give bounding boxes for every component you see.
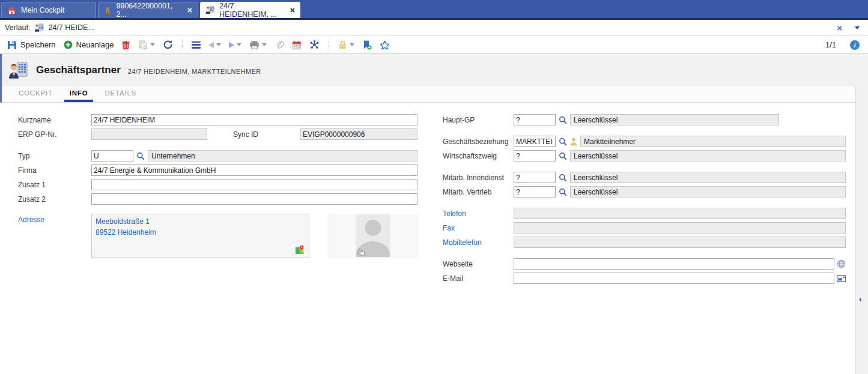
copy-button[interactable] [138, 40, 148, 50]
typ-text: Unternehmen [148, 150, 417, 161]
mitarb-vertrieb-text: Leerschlüssel [570, 186, 846, 198]
arrow-left-icon [208, 42, 214, 48]
adresse-box[interactable]: Meeboldstraße 1 89522 Heidenheim [91, 214, 309, 258]
close-tab-icon[interactable]: × [290, 6, 295, 14]
kurzname-input[interactable] [91, 114, 417, 125]
typ-label: Typ [18, 152, 91, 160]
geschaeftsbeziehung-code-input[interactable] [514, 136, 556, 147]
collapse-panel-icon[interactable]: ‹ [859, 294, 862, 304]
wirtschaftszweig-code-input[interactable] [514, 150, 556, 161]
firma-label: Firma [18, 166, 91, 175]
chevron-down-icon[interactable] [350, 43, 354, 46]
chevron-down-icon[interactable] [237, 43, 241, 46]
nav-back-button[interactable] [208, 42, 214, 48]
fax-label[interactable]: Fax [443, 224, 514, 232]
zusatz1-label: Zusatz 1 [18, 181, 91, 189]
mitarb-innendienst-row: Mitarb. Innendienst Leerschlüssel [443, 172, 846, 183]
mobiltelefon-input [514, 237, 846, 248]
search-icon [559, 137, 567, 146]
chevron-down-icon[interactable] [150, 43, 155, 46]
bookmark-add-button[interactable] [362, 40, 372, 50]
geschaeftsbeziehung-search-button[interactable] [558, 137, 568, 146]
mobiltelefon-label[interactable]: Mobiltelefon [443, 238, 514, 247]
business-partner-icon [205, 5, 214, 14]
save-icon [7, 40, 17, 50]
window-tab-bar: Mein Cockpit 9906422000001, 2... × 24/7 … [0, 0, 868, 20]
typ-search-button[interactable] [136, 151, 145, 161]
page-subtitle: 24/7 HEIDENHEIM, MARKTTEILNEHMER [128, 65, 261, 75]
chevron-down-icon[interactable] [216, 43, 221, 46]
photo-placeholder[interactable] [355, 214, 391, 258]
save-button[interactable]: Speichern [7, 40, 56, 50]
delete-button[interactable] [121, 40, 130, 50]
toolbar: Speichern Neuanlage [0, 36, 868, 54]
trash-icon [121, 40, 130, 50]
menu-button[interactable] [192, 41, 201, 49]
mitarb-innendienst-text: Leerschlüssel [570, 172, 846, 183]
copy-icon [138, 40, 148, 50]
email-label: E-Mail [443, 274, 514, 283]
window-tab-label: Mein Cockpit [21, 6, 64, 14]
firma-row: Firma [18, 164, 417, 176]
mitarb-vertrieb-row: Mitarb. Vertrieb Leerschlüssel [443, 186, 846, 198]
tab-details[interactable]: DETAILS [99, 86, 142, 102]
mitarb-innendienst-code-input[interactable] [514, 172, 556, 183]
chevron-down-icon[interactable] [262, 43, 267, 46]
toolbar-separator [182, 40, 183, 50]
history-bar: Verlauf: 24/7 HEIDE... × [0, 20, 868, 36]
close-history-icon[interactable]: × [837, 23, 842, 32]
firma-input[interactable] [91, 164, 417, 176]
new-button[interactable]: Neuanlage [64, 40, 114, 49]
page-title: Geschäftspartner [36, 64, 121, 76]
lock-button[interactable] [338, 40, 347, 50]
haupt-gp-code-input[interactable] [514, 114, 556, 125]
chevron-down-icon[interactable] [855, 26, 860, 29]
fax-row: Fax [443, 222, 846, 234]
typ-row: Typ Unternehmen [18, 150, 417, 161]
attachment-button[interactable] [275, 40, 284, 50]
geschaeftsbeziehung-text: Marktteilnehmer [580, 136, 846, 147]
relations-button[interactable] [309, 40, 320, 50]
wirtschaftszweig-search-button[interactable] [558, 151, 568, 161]
mitarb-vertrieb-search-button[interactable] [558, 187, 568, 197]
telefon-label[interactable]: Telefon [443, 210, 514, 218]
email-input[interactable] [514, 273, 834, 284]
wirtschaftszweig-row: Wirtschaftszweig Leerschlüssel [443, 150, 846, 161]
mitarb-vertrieb-code-input[interactable] [514, 186, 556, 198]
mitarb-innendienst-search-button[interactable] [558, 173, 568, 182]
typ-code-input[interactable] [91, 150, 133, 161]
zusatz1-input[interactable] [91, 179, 417, 190]
page-header: Geschäftspartner 24/7 HEIDENHEIM, MARKTT… [0, 54, 868, 86]
geschaeftsbeziehung-label: Geschäftsbeziehung [443, 137, 514, 146]
window-tab-heidenheim[interactable]: 24/7 HEIDENHEIM, ... × [200, 2, 300, 18]
paperclip-icon [275, 40, 284, 50]
save-label: Speichern [20, 40, 56, 49]
nav-forward-button[interactable] [229, 42, 234, 48]
haupt-gp-search-button[interactable] [558, 115, 568, 125]
search-icon [559, 152, 567, 160]
zusatz2-input[interactable] [91, 193, 417, 205]
haupt-gp-label: Haupt-GP [443, 116, 514, 124]
window-tab-object[interactable]: 9906422000001, 2... × [98, 2, 198, 18]
tab-info[interactable]: INFO [64, 86, 94, 102]
webseite-input[interactable] [514, 258, 834, 270]
tab-cockpit[interactable]: COCKPIT [13, 86, 58, 102]
close-tab-icon[interactable]: × [187, 6, 192, 14]
haupt-gp-text: Leerschlüssel [570, 114, 779, 125]
email-icon[interactable] [837, 275, 846, 282]
window-tab-cockpit[interactable]: Mein Cockpit [1, 2, 96, 18]
mitarb-vertrieb-label: Mitarb. Vertrieb [443, 188, 514, 196]
globe-icon[interactable] [837, 259, 846, 268]
change-photo-icon[interactable] [357, 248, 365, 256]
person-icon [570, 137, 577, 146]
print-button[interactable] [249, 40, 259, 50]
calendar-button[interactable] [292, 40, 302, 50]
info-icon[interactable]: i [850, 40, 860, 50]
star-icon [380, 40, 390, 50]
adresse-label[interactable]: Adresse [18, 216, 44, 224]
history-item[interactable]: 24/7 HEIDE... [48, 23, 94, 32]
show-map-button[interactable] [295, 245, 305, 255]
maps-icon [295, 245, 305, 255]
refresh-button[interactable] [163, 40, 173, 50]
favorite-button[interactable] [380, 40, 390, 50]
